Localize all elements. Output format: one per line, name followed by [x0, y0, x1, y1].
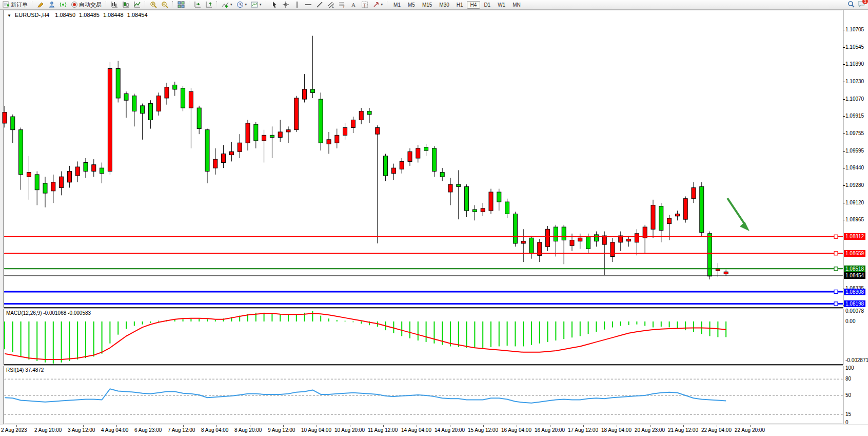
date-tickmark — [350, 425, 350, 427]
zoom-out-button[interactable] — [159, 0, 170, 9]
community-button[interactable] — [46, 0, 57, 9]
templates-icon — [251, 1, 258, 8]
chevron-down-icon: ▾ — [260, 3, 262, 7]
timeframe-w1-button[interactable]: W1 — [494, 1, 509, 9]
vertical-line-button[interactable] — [291, 0, 303, 9]
date-tickmark — [517, 425, 517, 427]
rsi-panel[interactable] — [4, 366, 843, 424]
line-chart-button[interactable] — [131, 0, 143, 9]
alerts-button[interactable] — [57, 0, 69, 9]
trendline-icon — [316, 1, 323, 8]
toolbar-separator — [387, 1, 388, 8]
autotrade-button[interactable]: 自动交易 — [69, 0, 104, 9]
price-tickmark — [843, 99, 845, 100]
zoom-in-button[interactable] — [148, 0, 159, 9]
ohlc-open: 1.08450 — [55, 12, 75, 18]
templates-button[interactable]: ▾ — [249, 0, 264, 9]
price-tick-label: 1.09915 — [845, 113, 864, 119]
date-tickmark — [317, 425, 317, 427]
ohlc-high: 1.08485 — [79, 12, 100, 18]
date-tickmark — [83, 425, 84, 427]
price-tickmark — [843, 134, 845, 134]
price-tick-label: 1.09595 — [845, 148, 864, 154]
timeframe-m5-button[interactable]: M5 — [404, 1, 419, 9]
crosshair-button[interactable] — [280, 0, 291, 9]
line-chart-icon — [133, 1, 141, 8]
equidistant-channel-button[interactable]: E — [325, 0, 337, 9]
periods-button[interactable]: ▾ — [234, 0, 249, 9]
timeframe-group: M1M5M15M30H1H4D1W1MN — [389, 0, 525, 9]
timeframe-h1-button[interactable]: H1 — [453, 1, 467, 9]
date-tickmark — [483, 425, 484, 427]
date-label: 21 Aug 12:00 — [668, 427, 698, 433]
fibonacci-button[interactable]: F — [337, 0, 348, 9]
price-chart-panel[interactable] — [4, 10, 843, 308]
candles-chart-icon — [122, 1, 129, 8]
timeframe-d1-button[interactable]: D1 — [480, 1, 494, 9]
macd-panel[interactable] — [4, 309, 843, 365]
timeframe-m1-button[interactable]: M1 — [390, 1, 404, 9]
date-tickmark — [16, 425, 17, 427]
timeframe-m15-button[interactable]: M15 — [419, 1, 436, 9]
chart-symbol: EURUSD-,H4 — [15, 12, 49, 18]
collapse-icon[interactable]: ▼ — [7, 13, 11, 18]
price-tickmark — [843, 185, 845, 186]
cursor-button[interactable] — [269, 0, 280, 9]
toolbar-separator — [106, 1, 107, 8]
price-line-tag: 1.08518 — [844, 266, 865, 272]
price-tick-label: 1.10070 — [845, 96, 864, 102]
toolbar-separator — [32, 1, 33, 8]
new-order-button[interactable]: 新订单 — [1, 0, 30, 9]
horizontal-line-button[interactable] — [303, 0, 314, 9]
timeframe-m30-button[interactable]: M30 — [436, 1, 452, 9]
toolbar-group: 新订单 — [0, 0, 30, 9]
date-label: 6 Aug 23:00 — [134, 427, 162, 433]
toolbar: 新订单自动交易▾▾▾EFAT▾M1M5M15M30H1H4D1W1MN1 — [0, 0, 868, 10]
date-tickmark — [550, 425, 550, 427]
tile-windows-button[interactable] — [175, 0, 187, 9]
date-label: 8 Aug 20:00 — [234, 427, 262, 433]
search-button[interactable] — [847, 1, 855, 9]
date-label: 22 Aug 20:00 — [735, 427, 765, 433]
date-axis[interactable]: 2 Aug 20232 Aug 20:003 Aug 12:004 Aug 04… — [0, 425, 868, 436]
price-line-tag: 1.08308 — [844, 289, 865, 295]
styler-button[interactable] — [35, 0, 46, 9]
bars-chart-button[interactable] — [109, 0, 120, 9]
auto-scroll-button[interactable] — [203, 0, 214, 9]
date-tickmark — [383, 425, 384, 427]
price-tickmark — [843, 116, 845, 117]
date-label: 10 Aug 04:00 — [301, 427, 331, 433]
date-tickmark — [717, 425, 717, 427]
indicators-button[interactable]: ▾ — [220, 0, 234, 9]
toolbar-separator — [266, 1, 267, 8]
svg-text:E: E — [332, 5, 334, 8]
timeframe-mn-button[interactable]: MN — [509, 1, 524, 9]
toolbar-group — [108, 0, 143, 9]
indicators-icon — [222, 1, 229, 8]
timeframe-h4-button[interactable]: H4 — [467, 1, 481, 9]
ohlc-close: 1.08454 — [127, 12, 148, 18]
date-label: 2 Aug 2023 — [1, 427, 27, 433]
arrows-button[interactable]: ▾ — [370, 0, 385, 9]
date-tickmark — [183, 425, 184, 427]
text-label-button[interactable]: T — [359, 0, 370, 9]
candles-chart-button[interactable] — [120, 0, 131, 9]
date-tickmark — [683, 425, 684, 427]
chart-shift-button[interactable] — [192, 0, 203, 9]
price-tick-label: 1.09755 — [845, 130, 864, 136]
trendline-button[interactable] — [314, 0, 325, 9]
text-button[interactable]: A — [348, 0, 359, 9]
new-order-label: 新订单 — [11, 1, 28, 9]
date-label: 3 Aug 12:00 — [68, 427, 95, 433]
equidistant-channel-icon: E — [327, 1, 334, 8]
date-label: 8 Aug 04:00 — [201, 427, 228, 433]
price-line-tag: 1.08198 — [844, 300, 865, 307]
chat-button[interactable]: 1 — [858, 1, 865, 9]
macd-tick-label: 0.00078 — [845, 308, 864, 314]
date-tickmark — [250, 425, 250, 427]
date-label: 7 Aug 12:00 — [168, 427, 195, 433]
arrows-icon — [372, 1, 380, 8]
price-axis[interactable]: 1.107051.105451.103901.102301.100701.099… — [843, 10, 868, 424]
price-tickmark — [843, 203, 845, 203]
date-label: 18 Aug 04:00 — [601, 427, 632, 433]
